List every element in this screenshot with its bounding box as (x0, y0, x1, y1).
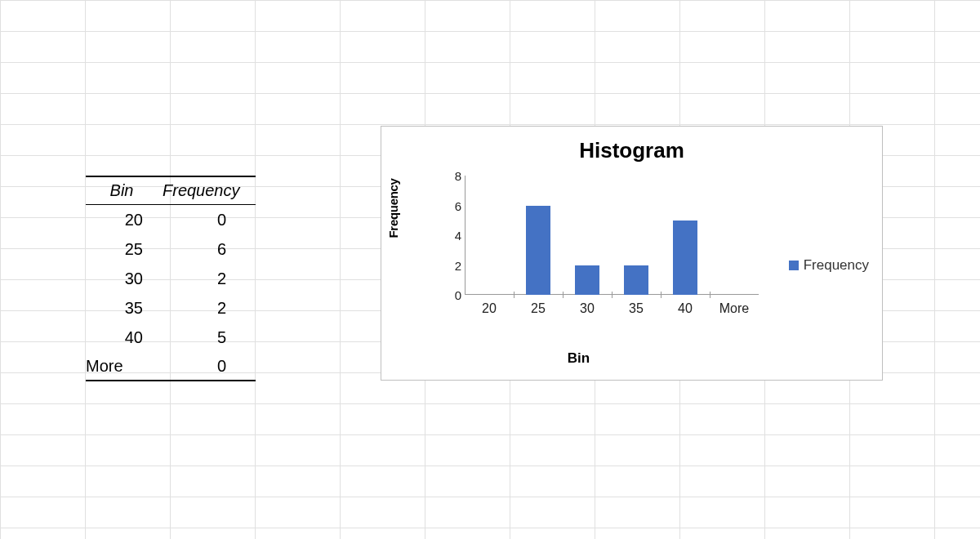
chart-xtick-label: More (710, 301, 759, 316)
cell-frequency: 2 (158, 299, 256, 318)
chart-plot-area: 8 6 4 2 0 2025303540More (440, 176, 759, 323)
chart-xtick-label: 35 (612, 301, 661, 316)
cell-bin: 20 (86, 211, 158, 229)
table-row[interactable]: 35 2 (86, 293, 256, 323)
chart-bar (624, 265, 648, 296)
chart-ytick: 8 (455, 169, 461, 183)
cell-frequency: 2 (158, 270, 256, 288)
header-bin: Bin (86, 181, 158, 200)
cell-bin: 25 (86, 240, 158, 259)
cell-frequency: 6 (158, 240, 256, 259)
legend-label: Frequency (804, 257, 869, 274)
cell-bin: More (86, 357, 158, 376)
chart-ytick-area: 8 6 4 2 0 (440, 176, 465, 295)
chart-bar-column: 30 (563, 176, 612, 295)
histogram-chart[interactable]: Histogram Frequency 8 6 4 2 0 2025303540… (381, 126, 883, 381)
header-frequency: Frequency (158, 181, 256, 200)
chart-bar (526, 206, 550, 296)
chart-ytick: 0 (455, 288, 461, 302)
table-row[interactable]: 30 2 (86, 264, 256, 293)
chart-ytick: 4 (455, 229, 461, 243)
chart-xtick-label: 25 (514, 301, 563, 316)
table-row[interactable]: More 0 (86, 352, 256, 381)
cell-bin: 35 (86, 299, 158, 318)
chart-ylabel: Frequency (386, 178, 400, 238)
legend-swatch-icon (789, 261, 799, 270)
chart-bar-column: 25 (514, 176, 563, 295)
chart-bar-column: More (710, 176, 759, 295)
cell-bin: 30 (86, 270, 158, 288)
chart-bar (673, 220, 697, 295)
cell-bin: 40 (86, 328, 158, 347)
cell-frequency: 0 (158, 211, 256, 229)
chart-xtick-label: 20 (465, 301, 514, 316)
table-header-row: Bin Frequency (86, 176, 256, 205)
chart-bar-column: 35 (612, 176, 661, 295)
chart-ytick: 2 (455, 258, 461, 272)
chart-bars-area: 2025303540More (465, 176, 759, 295)
chart-bar (575, 265, 599, 296)
chart-xlabel: Bin (381, 350, 776, 367)
chart-bar-column: 40 (661, 176, 710, 295)
table-row[interactable]: 20 0 (86, 205, 256, 234)
chart-title: Histogram (381, 138, 882, 163)
table-row[interactable]: 40 5 (86, 323, 256, 352)
chart-ytick: 6 (455, 198, 461, 212)
chart-xtick-label: 40 (661, 301, 710, 316)
table-row[interactable]: 25 6 (86, 234, 256, 264)
chart-bar-column: 20 (465, 176, 514, 295)
chart-legend: Frequency (789, 257, 869, 274)
cell-frequency: 0 (158, 357, 256, 376)
frequency-table[interactable]: Bin Frequency 20 0 25 6 30 2 35 2 40 5 M… (86, 176, 256, 381)
chart-xtick-label: 30 (563, 301, 612, 316)
cell-frequency: 5 (158, 328, 256, 347)
